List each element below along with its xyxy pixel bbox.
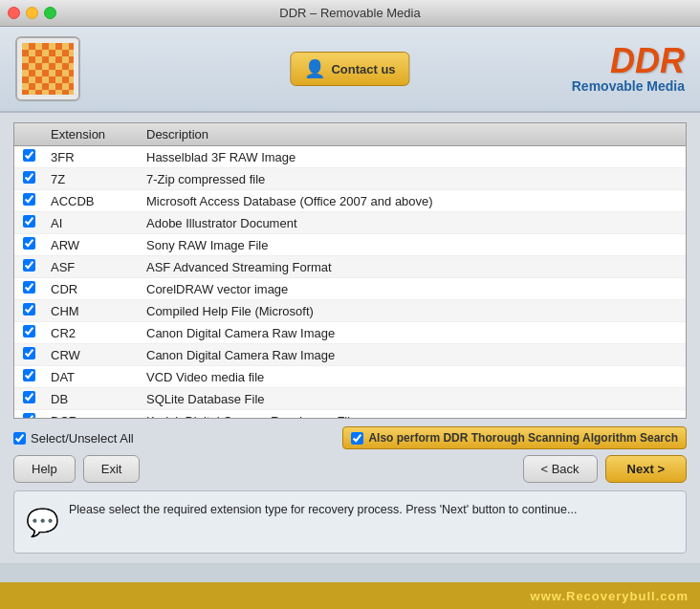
also-perform-checkbox[interactable]	[351, 432, 363, 445]
row-checkbox-cell[interactable]	[14, 344, 43, 366]
window-title: DDR – Removable Media	[279, 6, 420, 20]
ddr-title: DDR	[572, 44, 685, 78]
row-description: Sony RAW Image File	[139, 234, 686, 256]
row-checkbox[interactable]	[23, 237, 35, 250]
row-description: 7-Zip compressed file	[139, 168, 686, 190]
row-description: Microsoft Access Database (Office 2007 a…	[139, 190, 686, 212]
row-description: Kodak Digital Camera Raw Image File	[139, 410, 686, 420]
footer-brand: Recoverybull	[566, 589, 656, 603]
row-checkbox[interactable]	[23, 215, 35, 228]
row-extension: CRW	[43, 344, 139, 366]
footer-text: www.Recoverybull.com	[531, 589, 689, 603]
info-message: Please select the required extension typ…	[69, 501, 577, 519]
row-extension: CHM	[43, 300, 139, 322]
row-checkbox-cell[interactable]	[14, 168, 43, 190]
select-all-checkbox[interactable]	[13, 432, 26, 445]
title-bar: DDR – Removable Media	[0, 0, 700, 27]
close-button[interactable]	[8, 7, 20, 19]
ddr-branding: DDR Removable Media	[572, 44, 685, 94]
file-table-container[interactable]: Extension Description 3FRHasselblad 3F R…	[13, 122, 687, 419]
help-button[interactable]: Help	[13, 455, 76, 483]
row-extension: CR2	[43, 322, 139, 344]
row-checkbox[interactable]	[23, 325, 35, 337]
row-description: Adobe Illustrator Document	[139, 212, 686, 234]
row-checkbox[interactable]	[23, 193, 35, 206]
row-extension: DCR	[43, 410, 139, 420]
row-description: Canon Digital Camera Raw Image	[139, 322, 686, 344]
bottom-controls: Select/Unselect All Also perform DDR Tho…	[13, 426, 687, 449]
row-checkbox-cell[interactable]	[14, 212, 43, 234]
row-checkbox[interactable]	[23, 391, 35, 403]
logo-box	[15, 36, 80, 101]
row-checkbox-cell[interactable]	[14, 366, 43, 388]
file-table: Extension Description 3FRHasselblad 3F R…	[14, 123, 686, 419]
header: 👤 Contact us DDR Removable Media	[0, 27, 700, 113]
minimize-button[interactable]	[26, 7, 38, 19]
row-extension: AI	[43, 212, 139, 234]
row-extension: ACCDB	[43, 190, 139, 212]
row-checkbox-cell[interactable]	[14, 410, 43, 420]
row-description: SQLite Database File	[139, 388, 686, 410]
row-checkbox-cell[interactable]	[14, 322, 43, 344]
row-extension: ARW	[43, 234, 139, 256]
table-row: CR2Canon Digital Camera Raw Image	[14, 322, 686, 344]
row-checkbox-cell[interactable]	[14, 300, 43, 322]
row-extension: CDR	[43, 278, 139, 300]
row-checkbox[interactable]	[23, 369, 35, 381]
contact-btn-label: Contact us	[331, 62, 395, 76]
window-controls[interactable]	[8, 7, 56, 19]
row-extension: 3FR	[43, 146, 139, 168]
row-description: Compiled Help File (Microsoft)	[139, 300, 686, 322]
row-checkbox-cell[interactable]	[14, 388, 43, 410]
table-row: DATVCD Video media file	[14, 366, 686, 388]
table-row: ASFASF Advanced Streaming Format	[14, 256, 686, 278]
info-box: 💬 Please select the required extension t…	[13, 490, 687, 554]
row-extension: DAT	[43, 366, 139, 388]
row-description: VCD Video media file	[139, 366, 686, 388]
row-checkbox[interactable]	[23, 149, 35, 162]
table-row: CRWCanon Digital Camera Raw Image	[14, 344, 686, 366]
row-checkbox[interactable]	[23, 281, 35, 294]
also-perform-label: Also perform DDR Thorough Scanning Algor…	[368, 431, 678, 445]
back-button[interactable]: < Back	[523, 455, 598, 483]
table-row: 3FRHasselblad 3F RAW Image	[14, 146, 686, 168]
table-row: 7Z7-Zip compressed file	[14, 168, 686, 190]
table-row: AIAdobe Illustrator Document	[14, 212, 686, 234]
col-header-check	[14, 123, 43, 146]
row-checkbox[interactable]	[23, 413, 35, 419]
contact-icon: 👤	[304, 58, 325, 79]
row-extension: ASF	[43, 256, 139, 278]
table-row: CHMCompiled Help File (Microsoft)	[14, 300, 686, 322]
row-checkbox[interactable]	[23, 347, 35, 359]
row-checkbox-cell[interactable]	[14, 278, 43, 300]
row-checkbox-cell[interactable]	[14, 190, 43, 212]
contact-us-button[interactable]: 👤 Contact us	[290, 52, 409, 86]
footer: www.Recoverybull.com	[0, 582, 700, 609]
row-checkbox-cell[interactable]	[14, 146, 43, 168]
table-row: DCRKodak Digital Camera Raw Image File	[14, 410, 686, 420]
row-extension: 7Z	[43, 168, 139, 190]
also-perform-box[interactable]: Also perform DDR Thorough Scanning Algor…	[342, 426, 687, 449]
row-extension: DB	[43, 388, 139, 410]
exit-button[interactable]: Exit	[83, 455, 141, 483]
footer-domain: .com	[656, 589, 689, 603]
row-description: CorelDRAW vector image	[139, 278, 686, 300]
row-description: Canon Digital Camera Raw Image	[139, 344, 686, 366]
maximize-button[interactable]	[44, 7, 56, 19]
row-checkbox[interactable]	[23, 303, 35, 315]
next-button[interactable]: Next >	[605, 455, 687, 483]
ddr-subtitle: Removable Media	[572, 78, 685, 94]
row-checkbox[interactable]	[23, 259, 35, 272]
row-description: Hasselblad 3F RAW Image	[139, 146, 686, 168]
row-checkbox[interactable]	[23, 171, 35, 184]
row-checkbox-cell[interactable]	[14, 256, 43, 278]
col-header-description: Description	[139, 123, 686, 146]
button-row: Help Exit < Back Next >	[13, 455, 687, 483]
table-row: DBSQLite Database File	[14, 388, 686, 410]
col-header-extension: Extension	[43, 123, 139, 146]
select-all-label[interactable]: Select/Unselect All	[13, 431, 134, 446]
row-checkbox-cell[interactable]	[14, 234, 43, 256]
logo-icon	[22, 43, 74, 95]
row-description: ASF Advanced Streaming Format	[139, 256, 686, 278]
select-all-text: Select/Unselect All	[31, 431, 134, 446]
